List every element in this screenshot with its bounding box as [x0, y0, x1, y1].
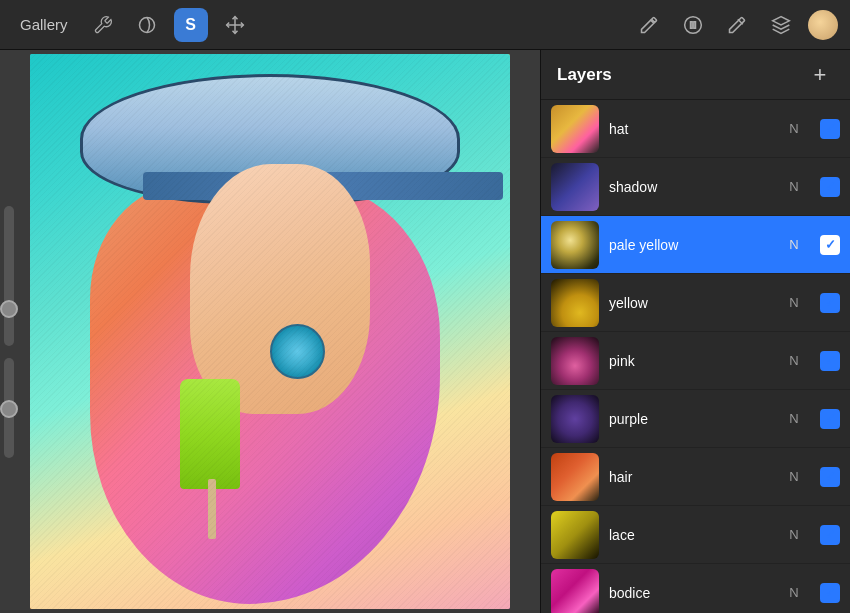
layer-name-pale-yellow: pale yellow	[609, 237, 776, 253]
layers-title: Layers	[557, 65, 612, 85]
layer-mode-lace: N	[786, 527, 802, 542]
layers-panel: Layers + hatN✓shadowN✓pale yellowN✓yello…	[540, 50, 850, 613]
layer-item-purple[interactable]: purpleN✓	[541, 390, 850, 448]
adjust-svg	[137, 15, 157, 35]
toolbar: Gallery S	[0, 0, 850, 50]
layers-header: Layers +	[541, 50, 850, 100]
layer-thumb-pale-yellow	[551, 221, 599, 269]
layer-item-pink[interactable]: pinkN✓	[541, 332, 850, 390]
layer-mode-yellow: N	[786, 295, 802, 310]
smudge-icon[interactable]	[676, 8, 710, 42]
layers-list: hatN✓shadowN✓pale yellowN✓yellowN✓pinkN✓…	[541, 100, 850, 613]
brush-size-thumb[interactable]	[0, 300, 18, 318]
s-label: S	[185, 16, 196, 34]
svg-marker-3	[773, 16, 790, 24]
artwork-canvas[interactable]	[30, 54, 510, 609]
layer-thumb-hat	[551, 105, 599, 153]
layer-visibility-pink[interactable]: ✓	[820, 351, 840, 371]
transform-svg	[225, 15, 245, 35]
layer-thumb-purple	[551, 395, 599, 443]
eraser-icon[interactable]	[720, 8, 754, 42]
layer-visibility-purple[interactable]: ✓	[820, 409, 840, 429]
s-selection-icon[interactable]: S	[174, 8, 208, 42]
layer-item-hat[interactable]: hatN✓	[541, 100, 850, 158]
layer-mode-purple: N	[786, 411, 802, 426]
layer-visibility-hat[interactable]: ✓	[820, 119, 840, 139]
layer-item-bodice[interactable]: bodiceN✓	[541, 564, 850, 613]
checkmark-icon: ✓	[825, 411, 836, 426]
toolbar-left: Gallery S	[12, 8, 624, 42]
transform-icon[interactable]	[218, 8, 252, 42]
toolbar-right	[632, 8, 838, 42]
main-content: Layers + hatN✓shadowN✓pale yellowN✓yello…	[0, 50, 850, 613]
layer-thumb-pink	[551, 337, 599, 385]
layer-visibility-hair[interactable]: ✓	[820, 467, 840, 487]
checkmark-icon: ✓	[825, 527, 836, 542]
brush-svg	[639, 15, 659, 35]
wrench-svg	[93, 15, 113, 35]
layer-item-lace[interactable]: laceN✓	[541, 506, 850, 564]
layer-name-lace: lace	[609, 527, 776, 543]
layer-thumb-hair	[551, 453, 599, 501]
add-layer-button[interactable]: +	[806, 61, 834, 89]
brush-icon[interactable]	[632, 8, 666, 42]
brush-size-slider[interactable]	[4, 206, 14, 346]
layer-item-hair[interactable]: hairN✓	[541, 448, 850, 506]
checkmark-icon: ✓	[825, 121, 836, 136]
layer-visibility-yellow[interactable]: ✓	[820, 293, 840, 313]
smudge-svg	[683, 15, 703, 35]
checkmark-icon: ✓	[825, 469, 836, 484]
eraser-svg	[727, 15, 747, 35]
layer-name-yellow: yellow	[609, 295, 776, 311]
layer-visibility-shadow[interactable]: ✓	[820, 177, 840, 197]
layer-mode-pink: N	[786, 353, 802, 368]
layer-thumb-lace	[551, 511, 599, 559]
canvas-wrapper	[0, 50, 540, 613]
layer-item-pale-yellow[interactable]: pale yellowN✓	[541, 216, 850, 274]
artwork-illustration	[30, 54, 510, 609]
layer-mode-hat: N	[786, 121, 802, 136]
layer-mode-pale-yellow: N	[786, 237, 802, 252]
checkmark-icon: ✓	[825, 353, 836, 368]
layer-mode-hair: N	[786, 469, 802, 484]
svg-line-2	[738, 19, 743, 24]
layer-mode-shadow: N	[786, 179, 802, 194]
avatar[interactable]	[808, 10, 838, 40]
layer-name-bodice: bodice	[609, 585, 776, 601]
art-lines-overlay	[30, 54, 510, 609]
layers-stack-icon[interactable]	[764, 8, 798, 42]
layer-visibility-bodice[interactable]: ✓	[820, 583, 840, 603]
wrench-icon[interactable]	[86, 8, 120, 42]
layer-thumb-bodice	[551, 569, 599, 614]
left-panel	[0, 198, 18, 466]
adjust-icon[interactable]	[130, 8, 164, 42]
checkmark-icon: ✓	[825, 179, 836, 194]
opacity-slider[interactable]	[4, 358, 14, 458]
opacity-thumb[interactable]	[0, 400, 18, 418]
checkmark-icon: ✓	[825, 585, 836, 600]
layer-name-shadow: shadow	[609, 179, 776, 195]
gallery-button[interactable]: Gallery	[12, 12, 76, 37]
layer-thumb-shadow	[551, 163, 599, 211]
layer-mode-bodice: N	[786, 585, 802, 600]
layer-visibility-pale-yellow[interactable]: ✓	[820, 235, 840, 255]
layer-item-yellow[interactable]: yellowN✓	[541, 274, 850, 332]
layer-visibility-lace[interactable]: ✓	[820, 525, 840, 545]
layers-stack-svg	[771, 15, 791, 35]
layer-name-hat: hat	[609, 121, 776, 137]
layer-thumb-yellow	[551, 279, 599, 327]
layer-item-shadow[interactable]: shadowN✓	[541, 158, 850, 216]
layer-name-pink: pink	[609, 353, 776, 369]
checkmark-icon: ✓	[825, 295, 836, 310]
layer-name-hair: hair	[609, 469, 776, 485]
checkmark-icon: ✓	[825, 237, 836, 252]
layer-name-purple: purple	[609, 411, 776, 427]
